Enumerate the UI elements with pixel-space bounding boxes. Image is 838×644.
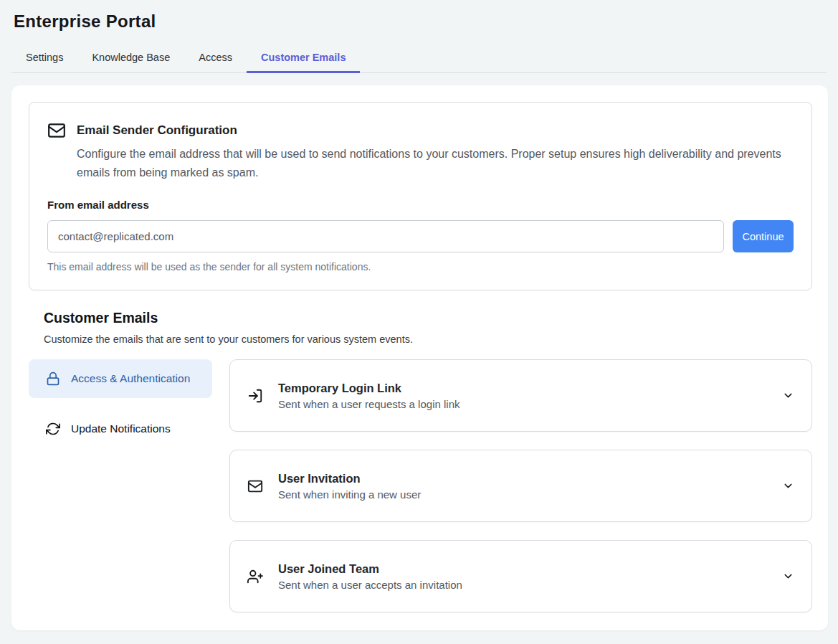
email-card-user-joined-team[interactable]: User Joined Team Sent when a user accept…: [229, 540, 812, 612]
tab-access[interactable]: Access: [184, 44, 247, 72]
tab-knowledge-base[interactable]: Knowledge Base: [77, 44, 184, 72]
user-plus-icon: [247, 569, 263, 584]
from-email-input[interactable]: [47, 220, 724, 252]
tab-bar: Settings Knowledge Base Access Customer …: [11, 44, 827, 73]
email-card-description: Sent when a user requests a login link: [278, 398, 460, 410]
category-label: Update Notifications: [71, 420, 171, 437]
email-card-description: Sent when a user accepts an invitation: [278, 579, 462, 591]
email-card-title: Temporary Login Link: [278, 382, 460, 395]
email-card-text: Temporary Login Link Sent when a user re…: [278, 382, 460, 410]
sender-card-description: Configure the email address that will be…: [77, 145, 783, 182]
tab-settings[interactable]: Settings: [11, 44, 77, 72]
section-content: Access & Authentication Update Notificat…: [29, 359, 812, 612]
page: Enterprise Portal Settings Knowledge Bas…: [0, 0, 838, 644]
main-panel: Email Sender Configuration Configure the…: [11, 85, 828, 630]
sender-card-header: Email Sender Configuration: [47, 121, 794, 140]
chevron-down-icon: [782, 389, 794, 402]
category-label: Access & Authentication: [71, 370, 190, 387]
email-card-user-invitation[interactable]: User Invitation Sent when inviting a new…: [229, 450, 812, 522]
mail-icon: [247, 478, 263, 494]
mail-icon: [47, 121, 66, 140]
page-header: Enterprise Portal: [0, 0, 838, 32]
section-header: Customer Emails Customize the emails tha…: [44, 310, 812, 345]
email-card-title: User Joined Team: [278, 562, 462, 576]
section-title: Customer Emails: [44, 310, 812, 326]
email-template-list: Temporary Login Link Sent when a user re…: [229, 359, 812, 612]
email-categories-sidebar: Access & Authentication Update Notificat…: [29, 359, 212, 612]
log-in-icon: [247, 388, 263, 404]
chevron-down-icon: [782, 480, 794, 492]
email-card-description: Sent when inviting a new user: [278, 488, 421, 501]
email-card-temporary-login-link[interactable]: Temporary Login Link Sent when a user re…: [229, 359, 812, 432]
email-card-title: User Invitation: [278, 472, 421, 486]
customer-emails-section: Customer Emails Customize the emails tha…: [29, 310, 812, 612]
email-card-text: User Invitation Sent when inviting a new…: [278, 472, 421, 501]
continue-button[interactable]: Continue: [733, 220, 794, 252]
email-card-text: User Joined Team Sent when a user accept…: [278, 562, 462, 591]
tab-customer-emails[interactable]: Customer Emails: [247, 44, 360, 73]
page-title: Enterprise Portal: [14, 11, 824, 32]
section-subtitle: Customize the emails that are sent to yo…: [44, 333, 812, 345]
refresh-icon: [46, 422, 60, 436]
sender-card-title: Email Sender Configuration: [77, 123, 237, 138]
from-email-row: Continue: [47, 220, 794, 252]
lock-icon: [46, 371, 60, 386]
sender-helper-text: This email address will be used as the s…: [47, 261, 794, 273]
from-email-label: From email address: [47, 199, 794, 211]
category-update-notifications[interactable]: Update Notifications: [29, 409, 212, 448]
category-access-authentication[interactable]: Access & Authentication: [29, 359, 212, 398]
email-sender-card: Email Sender Configuration Configure the…: [29, 102, 812, 290]
chevron-down-icon: [782, 570, 794, 582]
